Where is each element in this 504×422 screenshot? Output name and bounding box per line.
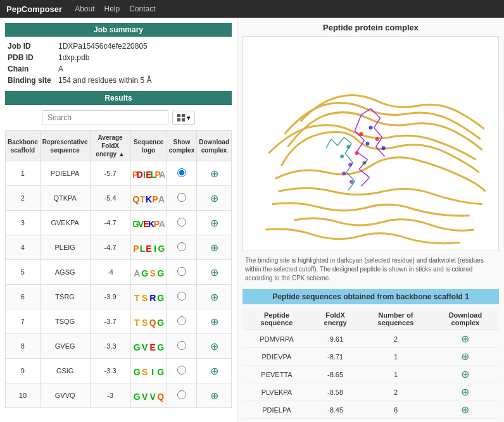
download-cell[interactable]: ⊕ [197,309,232,334]
download-icon[interactable]: ⊕ [210,168,218,179]
peptide-col-energy: FoldXenergy [311,308,360,330]
sequence-cell: AGSG [40,260,90,285]
download-cell[interactable]: ⊕ [197,334,232,359]
scaffold-cell: 10 [6,383,41,408]
svg-text:G: G [157,318,164,328]
show-complex-radio[interactable] [177,218,186,227]
peptide-download-cell[interactable]: ⊕ [432,330,499,348]
download-cell[interactable]: ⊕ [197,235,232,260]
energy-cell: -4 [90,260,130,285]
svg-text:G: G [141,268,148,278]
download-cell[interactable]: ⊕ [197,359,232,383]
show-complex-cell[interactable] [167,383,197,408]
download-cell[interactable]: ⊕ [197,260,232,285]
peptide-download-cell[interactable]: ⊕ [432,383,499,401]
show-complex-cell[interactable] [167,334,197,359]
download-icon[interactable]: ⊕ [210,292,218,302]
show-complex-radio[interactable] [177,168,186,177]
download-icon[interactable]: ⊕ [210,366,218,376]
job-field-value: A [56,63,232,75]
sequence-cell: QTKPA [40,186,90,211]
logo-cell: GVEKPA [130,211,167,235]
show-complex-cell[interactable] [167,211,197,235]
svg-text:G: G [157,268,164,278]
svg-text:P: P [133,244,139,254]
download-icon[interactable]: ⊕ [210,390,218,401]
show-complex-radio[interactable] [177,242,186,251]
download-icon[interactable]: ⊕ [210,242,218,253]
nav-about[interactable]: About [75,4,94,13]
download-icon[interactable]: ⊕ [210,341,218,352]
peptide-download-icon[interactable]: ⊕ [461,387,469,397]
show-complex-radio[interactable] [177,390,186,399]
show-complex-cell[interactable] [167,186,197,211]
download-icon[interactable]: ⊕ [210,193,218,204]
grid-view-button[interactable]: ▾ [172,111,195,125]
peptide-table-row: PDMVRPA-9.612⊕ [243,330,499,348]
show-complex-cell[interactable] [167,285,197,309]
logo-cell: PLEIG [130,235,167,260]
nav-contact[interactable]: Contact [129,4,155,13]
logo-cell: AGSG [130,260,167,285]
search-input[interactable] [42,110,168,125]
show-complex-cell[interactable] [167,235,197,260]
show-complex-radio[interactable] [177,193,186,202]
col-show: Showcomplex [167,131,197,161]
right-panel: Peptide protein complex [237,18,504,422]
svg-text:A: A [158,194,165,204]
peptide-energy-cell: -8.45 [311,419,360,423]
svg-text:A: A [159,170,165,180]
scaffold-cell: 6 [6,285,41,309]
peptide-download-icon[interactable]: ⊕ [461,351,469,362]
download-icon[interactable]: ⊕ [210,218,218,228]
show-complex-cell[interactable] [167,359,197,383]
svg-text:I: I [151,367,154,377]
table-row: 9GSIG-3.3GSIG⊕ [6,359,232,383]
svg-text:T: T [134,293,140,303]
svg-text:G: G [157,367,164,377]
download-cell[interactable]: ⊕ [197,161,232,186]
peptide-download-icon[interactable]: ⊕ [461,369,469,380]
show-complex-cell[interactable] [167,309,197,334]
job-field-label: PDB ID [5,52,56,63]
download-cell[interactable]: ⊕ [197,211,232,235]
sequence-cell: PDIELPA [40,161,90,186]
scaffold-cell: 3 [6,211,41,235]
show-complex-radio[interactable] [177,316,186,325]
show-complex-cell[interactable] [167,161,197,186]
download-cell[interactable]: ⊕ [197,186,232,211]
table-row: 3GVEKPA-4.7GVEKPA⊕ [6,211,232,235]
job-field-row: ChainA [5,63,232,75]
peptide-sequences-header: Peptide sequences obtained from backbone… [243,289,499,304]
peptide-download-cell[interactable]: ⊕ [432,366,499,383]
show-complex-radio[interactable] [177,341,186,350]
logo-cell: GVVQ [130,383,167,408]
download-cell[interactable]: ⊕ [197,285,232,309]
peptide-table-row: PLVEKPA-8.582⊕ [243,383,499,401]
download-icon[interactable]: ⊕ [210,267,218,278]
peptide-seq-cell: PDIEVPA [243,348,311,366]
peptide-download-icon[interactable]: ⊕ [461,404,469,415]
nav-help[interactable]: Help [104,4,120,13]
svg-text:Q: Q [149,318,156,328]
peptide-download-icon[interactable]: ⊕ [461,333,469,344]
peptide-seq-cell: PDMVRPA [243,330,311,348]
svg-text:S: S [149,268,155,278]
svg-point-85 [350,180,353,183]
show-complex-cell[interactable] [167,260,197,285]
show-complex-radio[interactable] [177,366,186,375]
show-complex-radio[interactable] [177,267,186,276]
table-row: 7TSQG-3.7TSQG⊕ [6,309,232,334]
svg-text:S: S [142,318,148,328]
download-cell[interactable]: ⊕ [197,383,232,408]
peptide-download-cell[interactable]: ⊕ [432,401,499,419]
peptide-download-cell[interactable]: ⊕ [432,419,499,423]
svg-point-83 [348,163,352,166]
peptide-table-row: PDIEVPA-8.711⊕ [243,348,499,366]
show-complex-radio[interactable] [177,292,186,301]
svg-text:G: G [157,293,164,303]
peptide-download-cell[interactable]: ⊕ [432,348,499,366]
svg-text:S: S [142,293,148,303]
svg-point-80 [382,146,386,150]
download-icon[interactable]: ⊕ [210,316,218,327]
